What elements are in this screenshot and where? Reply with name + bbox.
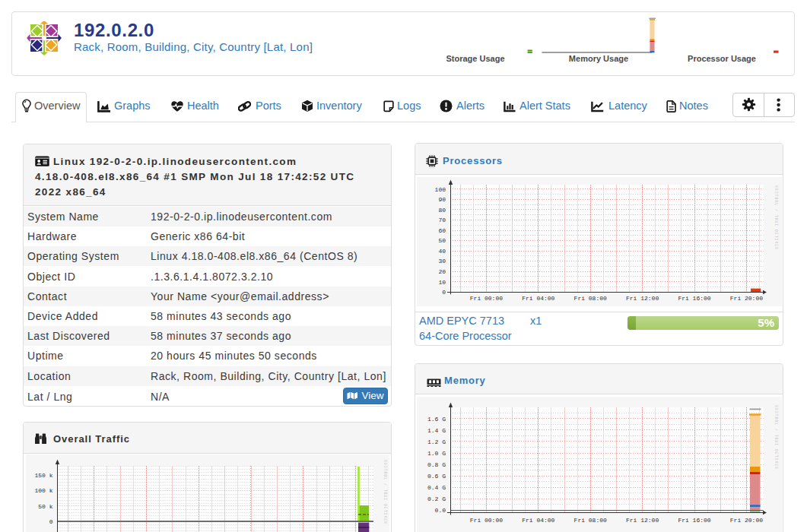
svg-text:Fri 20:00: Fri 20:00: [730, 517, 763, 524]
svg-text:Fri 04:00: Fri 04:00: [522, 517, 554, 524]
svg-text:30: 30: [438, 258, 446, 264]
svg-text:1.4 G: 1.4 G: [427, 427, 446, 434]
svg-text:0.2 G: 0.2 G: [427, 496, 446, 502]
svg-text:Fri 08:00: Fri 08:00: [574, 517, 607, 524]
svg-text:Fri 04:00: Fri 04:00: [522, 295, 554, 302]
svg-text:20: 20: [438, 268, 446, 275]
svg-text:RRDTOOL / TOBI OETIKER: RRDTOOL / TOBI OETIKER: [774, 405, 778, 470]
svg-text:0.4 G: 0.4 G: [427, 484, 446, 491]
svg-text:80: 80: [438, 207, 446, 214]
svg-text:150 k: 150 k: [34, 472, 52, 479]
svg-text:100: 100: [435, 186, 446, 193]
svg-text:Fri 16:00: Fri 16:00: [678, 295, 710, 302]
svg-text:Fri 16:00: Fri 16:00: [678, 517, 710, 524]
svg-text:RRDTOOL / TOBI OETIKER: RRDTOOL / TOBI OETIKER: [383, 460, 387, 524]
svg-text:Fri 00:00: Fri 00:00: [470, 517, 503, 524]
svg-text:50 k: 50 k: [38, 503, 52, 510]
svg-text:70: 70: [438, 217, 446, 223]
svg-text:40: 40: [438, 248, 446, 255]
svg-text:0.6 G: 0.6 G: [427, 473, 446, 480]
svg-text:1.6 G: 1.6 G: [427, 416, 446, 423]
svg-text:1.0 G: 1.0 G: [427, 450, 446, 457]
svg-text:Fri 12:00: Fri 12:00: [626, 295, 659, 302]
svg-text:0: 0: [442, 289, 446, 296]
svg-text:Fri 00:00: Fri 00:00: [470, 295, 503, 302]
svg-text:0: 0: [49, 518, 53, 525]
svg-text:50: 50: [438, 237, 446, 244]
svg-text:1.2 G: 1.2 G: [427, 439, 446, 445]
svg-text:90: 90: [438, 196, 446, 203]
svg-text:100 k: 100 k: [34, 487, 52, 494]
svg-text:RRDTOOL / TOBI OETIKER: RRDTOOL / TOBI OETIKER: [774, 185, 778, 250]
svg-text:0.0: 0.0: [435, 507, 446, 514]
svg-text:Fri 08:00: Fri 08:00: [574, 295, 607, 302]
svg-text:Fri 12:00: Fri 12:00: [626, 517, 659, 524]
svg-text:60: 60: [438, 227, 446, 234]
svg-text:10: 10: [438, 279, 446, 286]
svg-text:0.8 G: 0.8 G: [427, 461, 446, 468]
svg-text:Fri 20:00: Fri 20:00: [730, 295, 763, 302]
